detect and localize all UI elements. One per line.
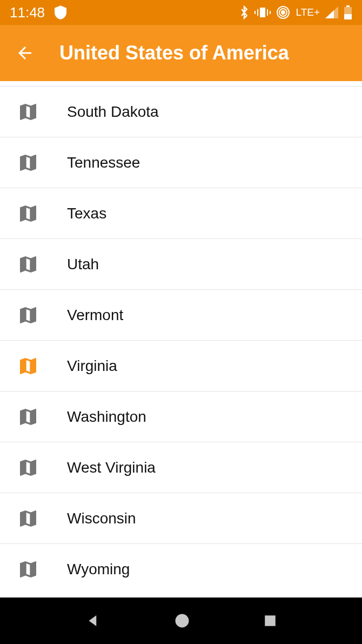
list-item[interactable]: Vermont	[0, 290, 362, 341]
svg-rect-8	[346, 5, 350, 7]
svg-point-11	[175, 614, 189, 628]
map-icon	[17, 406, 39, 428]
list-item[interactable]: South Dakota	[0, 87, 362, 137]
battery-icon	[344, 5, 352, 19]
status-time: 11:48	[10, 4, 45, 21]
list-item[interactable]: Washington	[0, 391, 362, 442]
svg-rect-2	[254, 11, 256, 14]
back-button[interactable]	[15, 43, 35, 63]
map-icon	[17, 203, 39, 224]
list-item-label: Tennessee	[67, 154, 140, 171]
network-label: LTE+	[296, 6, 320, 18]
svg-rect-12	[265, 615, 276, 626]
bluetooth-icon	[239, 5, 249, 19]
list-item-label: Vermont	[67, 307, 123, 324]
list-item[interactable]: Virginia	[0, 341, 362, 391]
list-item-label: Washington	[67, 408, 146, 426]
list-item[interactable]: Wisconsin	[0, 493, 362, 544]
app-bar: United States of America	[0, 25, 362, 81]
map-icon	[17, 559, 39, 580]
list-item-label: Virginia	[67, 357, 117, 375]
list-item-label: West Virginia	[67, 459, 156, 476]
list-item[interactable]: Wyoming	[0, 544, 362, 595]
map-icon	[17, 254, 39, 275]
list-item[interactable]: Tennessee	[0, 137, 362, 188]
list-item[interactable]: Texas	[0, 188, 362, 239]
svg-rect-4	[270, 11, 271, 14]
list-item-label: South Dakota	[67, 103, 159, 121]
svg-rect-3	[267, 9, 268, 16]
svg-point-5	[281, 11, 285, 14]
nav-home-button[interactable]	[174, 613, 190, 629]
svg-rect-10	[344, 14, 352, 19]
list-item-label: Utah	[67, 256, 99, 273]
svg-rect-0	[260, 8, 265, 17]
map-icon	[17, 304, 39, 326]
signal-icon	[325, 6, 338, 18]
svg-rect-1	[257, 9, 258, 16]
nav-back-button[interactable]	[85, 613, 101, 629]
map-icon	[17, 152, 39, 174]
divider	[0, 81, 362, 87]
list-item[interactable]: Utah	[0, 239, 362, 290]
list-item-label: Texas	[67, 205, 106, 222]
map-icon	[17, 457, 39, 479]
status-bar: 11:48 LTE+	[0, 0, 362, 25]
page-title: United States of America	[59, 42, 289, 64]
list-item[interactable]: West Virginia	[0, 442, 362, 493]
list-item-label: Wisconsin	[67, 510, 136, 527]
navigation-bar	[0, 597, 362, 644]
map-icon-active	[17, 355, 39, 377]
list-item-label: Wyoming	[67, 561, 130, 578]
shield-icon	[55, 5, 66, 19]
hotspot-icon	[276, 5, 290, 19]
vibrate-icon	[254, 6, 271, 18]
states-list: South Dakota Tennessee Texas Utah Vermon…	[0, 81, 362, 597]
nav-recent-button[interactable]	[263, 614, 277, 628]
map-icon	[17, 508, 39, 529]
map-icon	[17, 101, 39, 123]
